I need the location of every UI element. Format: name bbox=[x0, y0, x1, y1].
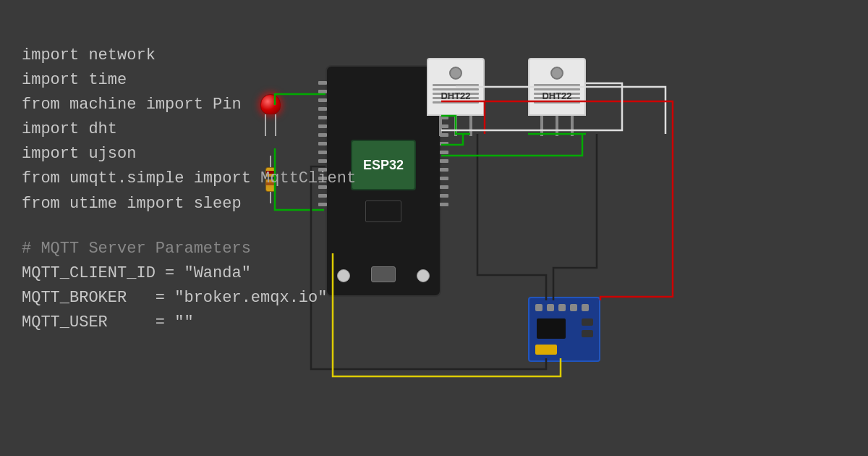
blue-pin bbox=[535, 304, 542, 311]
dht22-hole-1 bbox=[449, 67, 462, 80]
pin bbox=[318, 151, 327, 154]
dht22-grille-line bbox=[433, 101, 479, 104]
blue-module-chip bbox=[537, 318, 566, 339]
resistor-component bbox=[265, 156, 276, 203]
circuit-diagram: ESP32 DHT22 bbox=[217, 22, 846, 434]
pin bbox=[440, 151, 448, 154]
black-wire-gnd-1 bbox=[477, 134, 546, 300]
resistor-leg-top bbox=[270, 156, 271, 167]
dht22-sensor-1: DHT22 bbox=[427, 58, 485, 138]
dht22-label-1: DHT22 bbox=[428, 90, 483, 101]
resistor-stripe-2 bbox=[266, 177, 275, 180]
resistor-stripe-3 bbox=[266, 182, 275, 185]
led-component bbox=[260, 94, 281, 136]
red-wire-blue-module bbox=[600, 134, 673, 300]
pin bbox=[440, 203, 448, 206]
dht22-grille-line bbox=[534, 84, 580, 86]
small-component bbox=[582, 330, 593, 337]
blue-pin bbox=[570, 304, 577, 311]
led-dome bbox=[260, 94, 281, 114]
pin bbox=[440, 194, 448, 198]
pin bbox=[318, 142, 327, 145]
dht22-pin bbox=[454, 116, 457, 136]
blue-module-yellow-component bbox=[535, 345, 557, 355]
blue-sensor-module bbox=[528, 297, 600, 362]
green-wire-resistor bbox=[275, 148, 324, 210]
blue-module-pin-row bbox=[535, 304, 593, 311]
pin bbox=[318, 107, 327, 111]
blue-pin bbox=[558, 304, 566, 311]
led-leg-anode bbox=[265, 114, 266, 136]
esp32-button-left[interactable] bbox=[337, 269, 350, 282]
black-wire-gnd-2 bbox=[553, 134, 597, 300]
blue-module-small-components bbox=[582, 318, 593, 337]
small-component bbox=[582, 318, 593, 326]
pin bbox=[318, 159, 327, 163]
pin bbox=[440, 168, 448, 172]
dht22-pins-2 bbox=[528, 116, 586, 136]
pin bbox=[318, 185, 327, 189]
dht22-pin bbox=[469, 116, 472, 136]
pin bbox=[440, 159, 448, 163]
led-leg-cathode bbox=[275, 114, 276, 136]
pin bbox=[318, 90, 327, 93]
resistor-stripe-1 bbox=[266, 171, 275, 174]
led-legs bbox=[260, 114, 281, 136]
resistor-leg-bottom bbox=[270, 192, 271, 203]
pin bbox=[440, 142, 448, 145]
resistor-body bbox=[265, 167, 276, 192]
dht22-grille-line bbox=[433, 84, 479, 86]
esp32-board: ESP32 bbox=[326, 65, 441, 297]
dht22-pin bbox=[540, 116, 543, 136]
dht22-hole-2 bbox=[550, 67, 563, 80]
pin bbox=[440, 177, 448, 180]
esp32-secondary-chip bbox=[365, 200, 401, 222]
pin bbox=[440, 185, 448, 189]
pin bbox=[318, 133, 327, 137]
blue-pin bbox=[582, 304, 589, 311]
dht22-pins-1 bbox=[427, 116, 485, 136]
pin bbox=[318, 81, 327, 85]
dht22-body-2: DHT22 bbox=[528, 58, 586, 116]
dht22-label-2: DHT22 bbox=[529, 90, 584, 101]
esp32-usb-port bbox=[371, 266, 396, 282]
pin bbox=[318, 98, 327, 102]
pin bbox=[318, 203, 327, 206]
pin bbox=[318, 194, 327, 198]
dht22-body-1: DHT22 bbox=[427, 58, 485, 116]
esp32-button-right[interactable] bbox=[417, 269, 430, 282]
esp32-pins-left bbox=[318, 81, 327, 206]
pin bbox=[318, 168, 327, 172]
dht22-pin bbox=[571, 116, 574, 136]
pin bbox=[318, 124, 327, 128]
pin bbox=[318, 177, 327, 180]
esp32-chip-label: ESP32 bbox=[351, 140, 416, 190]
dht22-sensor-2: DHT22 bbox=[528, 58, 586, 138]
pin bbox=[318, 116, 327, 119]
dht22-grille-line bbox=[534, 101, 580, 104]
blue-pin bbox=[547, 304, 554, 311]
dht22-pin bbox=[556, 116, 558, 136]
dht22-pin bbox=[439, 116, 442, 136]
